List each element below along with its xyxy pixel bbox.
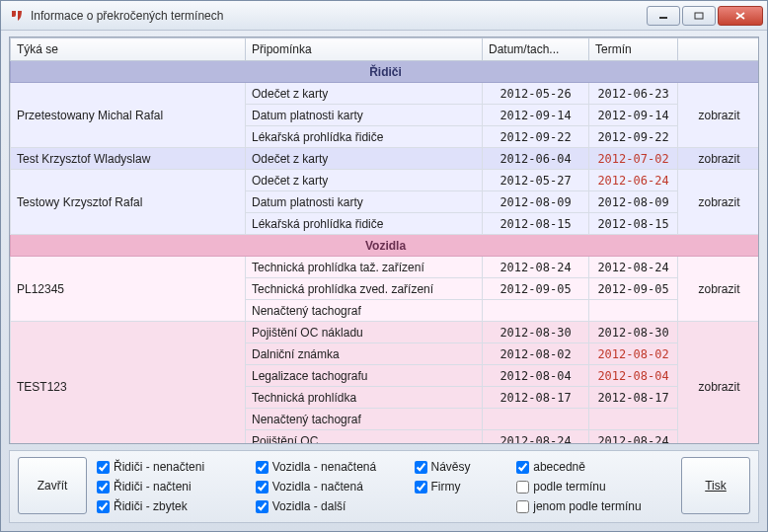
- close-button-label: Zavřít: [38, 479, 68, 493]
- term-cell: 2012-08-24: [589, 257, 678, 278]
- filter-drivers-unread-checkbox[interactable]: [97, 461, 110, 474]
- filter-vehicles-read-label: Vozidla - načtená: [272, 480, 363, 494]
- date-cell: 2012-05-27: [483, 170, 589, 191]
- term-cell: 2012-06-24: [589, 170, 678, 191]
- table-row[interactable]: PL12345Technická prohlídka taž. zařízení…: [11, 257, 759, 278]
- term-cell: 2012-09-05: [589, 278, 678, 300]
- col-reminder[interactable]: Připomínka: [246, 38, 483, 61]
- column-header-row: Týká se Připomínka Datum/tach... Termín: [11, 38, 759, 61]
- filter-drivers-rest-label: Řidiči - zbytek: [114, 499, 188, 513]
- close-button[interactable]: Zavřít: [18, 457, 87, 514]
- date-cell: 2012-08-17: [483, 387, 589, 409]
- term-cell: 2012-08-17: [589, 387, 678, 409]
- subject-cell: TEST123: [11, 322, 246, 444]
- grid-scroll[interactable]: Týká se Připomínka Datum/tach... Termín …: [10, 38, 758, 443]
- window-title: Informace o překročených termínech: [31, 9, 647, 23]
- filter-only-by-term[interactable]: jenom podle termínu: [516, 499, 671, 513]
- reminder-cell: Pojištění OC nákladu: [246, 322, 483, 343]
- reminder-cell: Nenačtený tachograf: [246, 409, 483, 430]
- filter-vehicles-unread-checkbox[interactable]: [256, 461, 269, 474]
- show-button[interactable]: zobrazit: [684, 173, 754, 231]
- reminder-cell: Odečet z karty: [246, 170, 483, 191]
- show-button[interactable]: zobrazit: [684, 86, 754, 144]
- svg-rect-1: [695, 13, 703, 19]
- term-cell: 2012-08-04: [589, 365, 678, 387]
- show-cell[interactable]: zobrazit: [678, 170, 759, 235]
- col-date[interactable]: Datum/tach...: [483, 38, 589, 61]
- window-buttons: [647, 6, 767, 26]
- term-cell: [589, 409, 678, 430]
- table-row[interactable]: TEST123Pojištění OC nákladu2012-08-30201…: [11, 322, 759, 343]
- date-cell: 2012-05-26: [483, 83, 589, 105]
- filter-alphabetical-checkbox[interactable]: [516, 461, 529, 474]
- table-row[interactable]: Przetestowany Michal RafalOdečet z karty…: [11, 83, 759, 105]
- filter-trailers[interactable]: Návěsy: [415, 460, 513, 474]
- filter-vehicles-unread[interactable]: Vozidla - nenačtená: [256, 460, 411, 474]
- col-subject[interactable]: Týká se: [11, 38, 246, 61]
- term-cell: 2012-06-23: [589, 83, 678, 105]
- filter-drivers-rest[interactable]: Řidiči - zbytek: [97, 499, 252, 513]
- date-cell: 2012-08-30: [483, 322, 589, 343]
- filter-drivers-read-checkbox[interactable]: [97, 481, 110, 494]
- print-button-label: Tisk: [705, 479, 727, 493]
- show-cell[interactable]: zobrazit: [678, 148, 759, 170]
- reminder-cell: Datum platnosti karty: [246, 191, 483, 213]
- term-cell: 2012-08-09: [589, 191, 678, 213]
- filter-companies-checkbox[interactable]: [415, 481, 427, 494]
- term-cell: 2012-09-22: [589, 126, 678, 148]
- reminder-cell: Odečet z karty: [246, 148, 483, 170]
- date-cell: 2012-08-09: [483, 191, 589, 213]
- subject-cell: Przetestowany Michal Rafal: [11, 83, 246, 148]
- term-cell: 2012-08-15: [589, 213, 678, 235]
- show-button[interactable]: zobrazit: [684, 325, 754, 443]
- filter-drivers-rest-checkbox[interactable]: [97, 500, 110, 513]
- date-cell: 2012-09-22: [483, 126, 589, 148]
- show-button[interactable]: zobrazit: [684, 260, 754, 318]
- minimize-button[interactable]: [647, 6, 680, 26]
- filter-by-term[interactable]: podle termínu: [516, 480, 671, 494]
- table-row[interactable]: Testowy Krzysztof RafalOdečet z karty201…: [11, 170, 759, 191]
- filter-vehicles-other-checkbox[interactable]: [256, 500, 269, 513]
- filter-vehicles-other[interactable]: Vozidla - další: [256, 499, 411, 513]
- show-cell[interactable]: zobrazit: [678, 322, 759, 444]
- date-cell: 2012-09-05: [483, 278, 589, 300]
- date-cell: [483, 409, 589, 430]
- filter-checkboxes: Řidiči - nenačteniVozidla - nenačtenáNáv…: [97, 457, 671, 516]
- filter-drivers-unread[interactable]: Řidiči - nenačteni: [97, 460, 252, 474]
- reminder-cell: Odečet z karty: [246, 83, 483, 105]
- titlebar[interactable]: Informace o překročených termínech: [1, 1, 767, 31]
- maximize-button[interactable]: [682, 6, 716, 26]
- print-button[interactable]: Tisk: [681, 457, 750, 514]
- close-window-button[interactable]: [718, 6, 763, 26]
- term-cell: 2012-08-02: [589, 343, 678, 365]
- filter-alphabetical[interactable]: abecedně: [516, 460, 671, 474]
- section-header: Řidiči: [11, 61, 759, 83]
- section-header: Vozidla: [11, 235, 759, 257]
- filter-only-by-term-checkbox[interactable]: [516, 500, 529, 513]
- table-row[interactable]: Test Krzysztof WladyslawOdečet z karty20…: [11, 148, 759, 170]
- reminder-cell: Datum platnosti karty: [246, 105, 483, 126]
- filter-vehicles-unread-label: Vozidla - nenačtená: [272, 460, 376, 474]
- filter-drivers-read-label: Řidiči - načteni: [114, 480, 192, 494]
- date-cell: 2012-08-02: [483, 343, 589, 365]
- reminder-cell: Technická prohlídka taž. zařízení: [246, 257, 483, 278]
- filter-vehicles-read-checkbox[interactable]: [256, 481, 269, 494]
- reminder-cell: Technická prohlídka: [246, 387, 483, 409]
- reminder-cell: Nenačtený tachograf: [246, 300, 483, 322]
- show-cell[interactable]: zobrazit: [678, 83, 759, 148]
- filter-by-term-checkbox[interactable]: [516, 481, 529, 494]
- reminder-cell: Pojištění OC: [246, 430, 483, 444]
- filter-trailers-checkbox[interactable]: [415, 461, 427, 474]
- app-window: Informace o překročených termínech: [0, 0, 768, 532]
- filter-companies[interactable]: Firmy: [415, 480, 513, 494]
- filter-by-term-label: podle termínu: [533, 480, 605, 494]
- show-button[interactable]: zobrazit: [684, 151, 754, 166]
- col-action[interactable]: [678, 38, 759, 61]
- term-cell: [589, 300, 678, 322]
- filter-vehicles-read[interactable]: Vozidla - načtená: [256, 480, 411, 494]
- col-term[interactable]: Termín: [589, 38, 678, 61]
- show-cell[interactable]: zobrazit: [678, 257, 759, 322]
- filter-drivers-read[interactable]: Řidiči - načteni: [97, 480, 252, 494]
- filter-only-by-term-label: jenom podle termínu: [533, 499, 641, 513]
- subject-cell: PL12345: [11, 257, 246, 322]
